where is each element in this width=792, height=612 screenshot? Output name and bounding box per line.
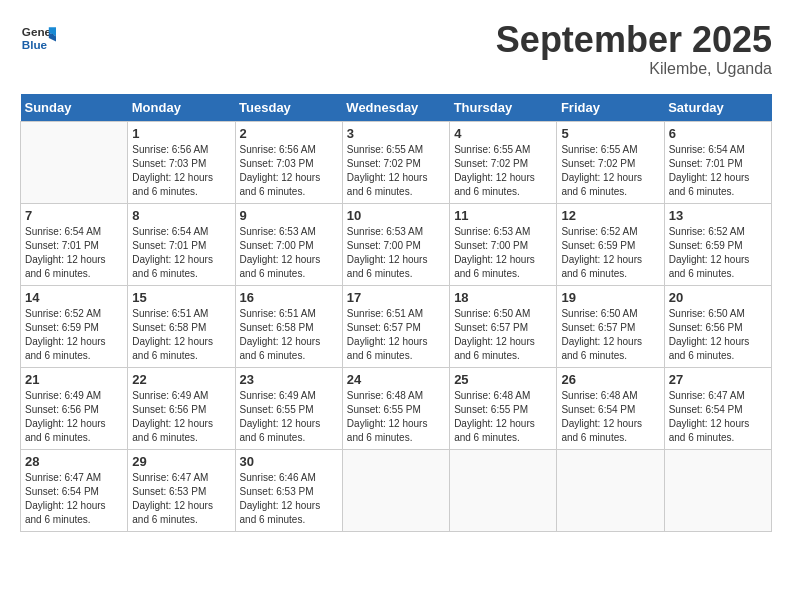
day-info: Sunrise: 6:48 AM Sunset: 6:55 PM Dayligh… [347,389,445,445]
calendar-cell: 4Sunrise: 6:55 AM Sunset: 7:02 PM Daylig… [450,121,557,203]
day-number: 8 [132,208,230,223]
calendar-cell: 19Sunrise: 6:50 AM Sunset: 6:57 PM Dayli… [557,285,664,367]
day-info: Sunrise: 6:54 AM Sunset: 7:01 PM Dayligh… [25,225,123,281]
calendar-cell: 23Sunrise: 6:49 AM Sunset: 6:55 PM Dayli… [235,367,342,449]
calendar-week-row: 1Sunrise: 6:56 AM Sunset: 7:03 PM Daylig… [21,121,772,203]
day-info: Sunrise: 6:55 AM Sunset: 7:02 PM Dayligh… [454,143,552,199]
day-number: 14 [25,290,123,305]
calendar-cell: 14Sunrise: 6:52 AM Sunset: 6:59 PM Dayli… [21,285,128,367]
day-number: 19 [561,290,659,305]
day-info: Sunrise: 6:47 AM Sunset: 6:54 PM Dayligh… [669,389,767,445]
calendar-cell: 11Sunrise: 6:53 AM Sunset: 7:00 PM Dayli… [450,203,557,285]
calendar-cell [450,449,557,531]
calendar-cell: 18Sunrise: 6:50 AM Sunset: 6:57 PM Dayli… [450,285,557,367]
day-info: Sunrise: 6:47 AM Sunset: 6:54 PM Dayligh… [25,471,123,527]
title-section: September 2025 Kilembe, Uganda [496,20,772,78]
day-info: Sunrise: 6:55 AM Sunset: 7:02 PM Dayligh… [347,143,445,199]
day-of-week-header: Wednesday [342,94,449,122]
day-number: 2 [240,126,338,141]
calendar-cell: 8Sunrise: 6:54 AM Sunset: 7:01 PM Daylig… [128,203,235,285]
calendar-cell: 9Sunrise: 6:53 AM Sunset: 7:00 PM Daylig… [235,203,342,285]
day-info: Sunrise: 6:51 AM Sunset: 6:57 PM Dayligh… [347,307,445,363]
calendar-cell: 17Sunrise: 6:51 AM Sunset: 6:57 PM Dayli… [342,285,449,367]
calendar-cell: 10Sunrise: 6:53 AM Sunset: 7:00 PM Dayli… [342,203,449,285]
day-number: 6 [669,126,767,141]
calendar-cell: 12Sunrise: 6:52 AM Sunset: 6:59 PM Dayli… [557,203,664,285]
calendar-week-row: 7Sunrise: 6:54 AM Sunset: 7:01 PM Daylig… [21,203,772,285]
calendar-week-row: 21Sunrise: 6:49 AM Sunset: 6:56 PM Dayli… [21,367,772,449]
day-info: Sunrise: 6:48 AM Sunset: 6:55 PM Dayligh… [454,389,552,445]
day-of-week-header: Monday [128,94,235,122]
day-of-week-header: Sunday [21,94,128,122]
day-number: 11 [454,208,552,223]
day-number: 12 [561,208,659,223]
calendar-cell: 22Sunrise: 6:49 AM Sunset: 6:56 PM Dayli… [128,367,235,449]
day-number: 29 [132,454,230,469]
calendar-week-row: 14Sunrise: 6:52 AM Sunset: 6:59 PM Dayli… [21,285,772,367]
day-number: 7 [25,208,123,223]
day-number: 26 [561,372,659,387]
day-info: Sunrise: 6:47 AM Sunset: 6:53 PM Dayligh… [132,471,230,527]
calendar-cell: 20Sunrise: 6:50 AM Sunset: 6:56 PM Dayli… [664,285,771,367]
calendar-cell: 27Sunrise: 6:47 AM Sunset: 6:54 PM Dayli… [664,367,771,449]
day-info: Sunrise: 6:56 AM Sunset: 7:03 PM Dayligh… [240,143,338,199]
calendar-cell [21,121,128,203]
calendar-cell: 24Sunrise: 6:48 AM Sunset: 6:55 PM Dayli… [342,367,449,449]
day-info: Sunrise: 6:53 AM Sunset: 7:00 PM Dayligh… [454,225,552,281]
day-info: Sunrise: 6:50 AM Sunset: 6:57 PM Dayligh… [454,307,552,363]
day-info: Sunrise: 6:49 AM Sunset: 6:55 PM Dayligh… [240,389,338,445]
day-info: Sunrise: 6:51 AM Sunset: 6:58 PM Dayligh… [240,307,338,363]
calendar-cell: 21Sunrise: 6:49 AM Sunset: 6:56 PM Dayli… [21,367,128,449]
day-number: 23 [240,372,338,387]
calendar-cell: 3Sunrise: 6:55 AM Sunset: 7:02 PM Daylig… [342,121,449,203]
calendar-cell: 2Sunrise: 6:56 AM Sunset: 7:03 PM Daylig… [235,121,342,203]
day-info: Sunrise: 6:52 AM Sunset: 6:59 PM Dayligh… [561,225,659,281]
day-number: 20 [669,290,767,305]
day-info: Sunrise: 6:50 AM Sunset: 6:56 PM Dayligh… [669,307,767,363]
calendar-cell: 28Sunrise: 6:47 AM Sunset: 6:54 PM Dayli… [21,449,128,531]
calendar-cell: 1Sunrise: 6:56 AM Sunset: 7:03 PM Daylig… [128,121,235,203]
day-number: 27 [669,372,767,387]
day-number: 9 [240,208,338,223]
day-info: Sunrise: 6:49 AM Sunset: 6:56 PM Dayligh… [132,389,230,445]
day-info: Sunrise: 6:52 AM Sunset: 6:59 PM Dayligh… [669,225,767,281]
calendar-header-row: SundayMondayTuesdayWednesdayThursdayFrid… [21,94,772,122]
calendar-cell: 29Sunrise: 6:47 AM Sunset: 6:53 PM Dayli… [128,449,235,531]
day-info: Sunrise: 6:49 AM Sunset: 6:56 PM Dayligh… [25,389,123,445]
calendar-cell [557,449,664,531]
day-info: Sunrise: 6:48 AM Sunset: 6:54 PM Dayligh… [561,389,659,445]
calendar-cell: 26Sunrise: 6:48 AM Sunset: 6:54 PM Dayli… [557,367,664,449]
day-number: 3 [347,126,445,141]
day-number: 1 [132,126,230,141]
day-info: Sunrise: 6:50 AM Sunset: 6:57 PM Dayligh… [561,307,659,363]
calendar-cell: 16Sunrise: 6:51 AM Sunset: 6:58 PM Dayli… [235,285,342,367]
location-subtitle: Kilembe, Uganda [496,60,772,78]
day-number: 28 [25,454,123,469]
day-info: Sunrise: 6:51 AM Sunset: 6:58 PM Dayligh… [132,307,230,363]
day-of-week-header: Saturday [664,94,771,122]
calendar-cell: 6Sunrise: 6:54 AM Sunset: 7:01 PM Daylig… [664,121,771,203]
svg-text:Blue: Blue [22,38,48,51]
day-number: 4 [454,126,552,141]
day-number: 30 [240,454,338,469]
day-number: 16 [240,290,338,305]
calendar-cell: 7Sunrise: 6:54 AM Sunset: 7:01 PM Daylig… [21,203,128,285]
day-number: 17 [347,290,445,305]
day-info: Sunrise: 6:54 AM Sunset: 7:01 PM Dayligh… [669,143,767,199]
day-info: Sunrise: 6:54 AM Sunset: 7:01 PM Dayligh… [132,225,230,281]
day-number: 18 [454,290,552,305]
calendar-body: 1Sunrise: 6:56 AM Sunset: 7:03 PM Daylig… [21,121,772,531]
day-number: 21 [25,372,123,387]
day-number: 13 [669,208,767,223]
calendar-cell: 13Sunrise: 6:52 AM Sunset: 6:59 PM Dayli… [664,203,771,285]
month-title: September 2025 [496,20,772,60]
day-number: 5 [561,126,659,141]
calendar-cell [342,449,449,531]
day-of-week-header: Tuesday [235,94,342,122]
page-header: General Blue September 2025 Kilembe, Uga… [20,20,772,78]
calendar-cell [664,449,771,531]
day-info: Sunrise: 6:56 AM Sunset: 7:03 PM Dayligh… [132,143,230,199]
day-info: Sunrise: 6:52 AM Sunset: 6:59 PM Dayligh… [25,307,123,363]
calendar-table: SundayMondayTuesdayWednesdayThursdayFrid… [20,94,772,532]
day-number: 24 [347,372,445,387]
